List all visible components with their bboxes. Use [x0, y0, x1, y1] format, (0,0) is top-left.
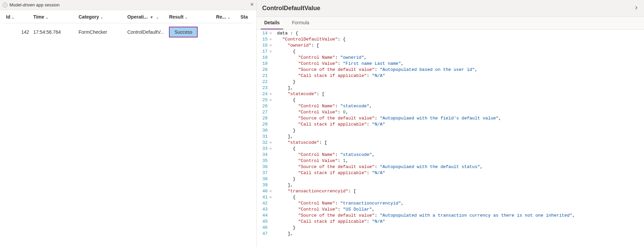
col-header-operation[interactable]: Operati... ▼ ⌄ — [125, 10, 167, 23]
tabs: Details Formula — [257, 17, 644, 30]
col-header-category[interactable]: Category⌄ — [76, 10, 125, 23]
close-icon[interactable]: × — [250, 1, 254, 7]
cell-re — [214, 23, 239, 41]
cell-operation: ControlDefaultV... — [125, 23, 167, 41]
col-header-sta[interactable]: Sta — [239, 10, 252, 23]
chevron-down-icon: ⌄ — [11, 16, 14, 19]
tab-details[interactable]: Details — [261, 17, 283, 29]
cell-time: 17:54:56.764 — [31, 23, 76, 41]
line-gutter: 14⊟15⊟16⊟17⊟18192021222324⊟25⊟2627282930… — [257, 30, 274, 247]
cell-id: 142 — [4, 23, 31, 41]
col-header-result[interactable]: Result⌄ — [167, 10, 214, 23]
grid-wrap: Id⌄ Time⌄ Category⌄ Operati... ▼ ⌄ Resul — [0, 10, 256, 247]
chevron-down-icon: ⌄ — [185, 16, 188, 19]
right-pane-header: ControlDefaultValue — [257, 0, 644, 17]
left-pane: i Model-driven app session × Id⌄ Time⌄ C… — [0, 0, 257, 247]
filter-icon[interactable]: ▼ — [150, 15, 153, 19]
col-header-re[interactable]: Re...⌄ — [214, 10, 239, 23]
code-content[interactable]: data : { "ControlDefaultValue": { "owner… — [274, 30, 644, 247]
right-pane: ControlDefaultValue Details Formula 14⊟1… — [257, 0, 644, 247]
cell-category: FormChecker — [76, 23, 125, 41]
cell-result: Success — [167, 23, 214, 41]
chevron-down-icon: ⌄ — [100, 16, 103, 19]
chevron-down-icon: ⌄ — [156, 16, 159, 19]
info-icon: i — [3, 3, 7, 7]
result-pill[interactable]: Success — [169, 27, 198, 37]
chevron-down-icon: ⌄ — [227, 16, 230, 19]
chevron-down-icon: ⌄ — [46, 16, 48, 19]
col-header-id[interactable]: Id⌄ — [4, 10, 31, 23]
events-grid: Id⌄ Time⌄ Category⌄ Operati... ▼ ⌄ Resul — [4, 10, 252, 41]
tab-formula[interactable]: Formula — [289, 17, 313, 29]
chevron-right-icon[interactable] — [633, 5, 639, 12]
right-pane-title: ControlDefaultValue — [262, 5, 320, 12]
grid-header-row: Id⌄ Time⌄ Category⌄ Operati... ▼ ⌄ Resul — [4, 10, 252, 23]
cell-sta — [239, 23, 252, 41]
left-pane-title: Model-driven app session — [9, 2, 59, 7]
code-editor[interactable]: 14⊟15⊟16⊟17⊟18192021222324⊟25⊟2627282930… — [257, 30, 644, 247]
left-pane-header: i Model-driven app session × — [0, 0, 256, 10]
table-row[interactable]: 142 17:54:56.764 FormChecker ControlDefa… — [4, 23, 252, 41]
col-header-time[interactable]: Time⌄ — [31, 10, 76, 23]
